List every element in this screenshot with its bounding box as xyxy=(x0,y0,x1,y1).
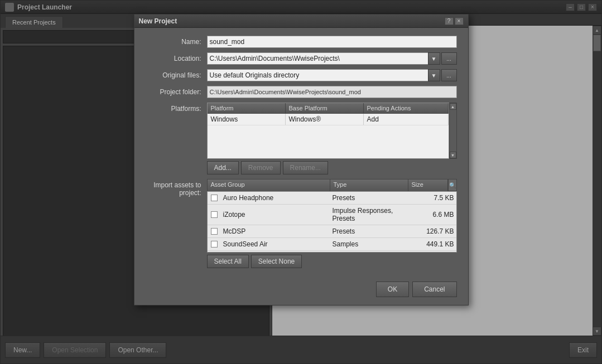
table-row: Windows Windows® Add xyxy=(208,114,449,125)
soundseed-size: 449.1 KB xyxy=(417,239,456,249)
izotope-checkbox[interactable] xyxy=(208,211,221,218)
dialog-close-button[interactable]: × xyxy=(455,17,464,25)
original-files-browse-button[interactable]: ... xyxy=(441,69,457,81)
synthone-type: Samples xyxy=(330,252,417,253)
base-platform-value: Windows® xyxy=(286,114,364,125)
asset-group-col-header: Asset Group xyxy=(208,179,330,191)
rename-platform-button[interactable]: Rename... xyxy=(283,161,328,174)
new-project-dialog: New Project ? × Name: Location: xyxy=(134,14,469,305)
name-label: Name: xyxy=(146,38,207,46)
import-label: Import assets toproject: xyxy=(146,179,207,197)
izotope-size: 6.6 MB xyxy=(417,210,456,220)
platforms-scroll-up[interactable]: ▲ xyxy=(450,103,456,110)
dialog-controls: ? × xyxy=(445,17,464,25)
name-input[interactable] xyxy=(207,36,457,48)
location-field: ▼ ... xyxy=(207,52,457,65)
synthone-size: 555.5 KB xyxy=(417,252,456,253)
dialog-title: New Project xyxy=(139,17,177,25)
mcdsp-name: McDSP xyxy=(221,226,330,236)
import-table-wrapper: Asset Group Type Size 🔍 Auro Headphone xyxy=(207,179,457,268)
import-search-button[interactable]: 🔍 xyxy=(448,179,457,191)
location-input[interactable] xyxy=(207,52,428,65)
location-browse-button[interactable]: ... xyxy=(441,52,457,65)
original-files-label: Original files: xyxy=(146,71,207,79)
dialog-content: Name: Location: ▼ ... Original files: xyxy=(134,28,468,277)
platforms-table-body: Windows Windows® Add xyxy=(208,114,449,158)
project-folder-row: Project folder: xyxy=(146,86,457,98)
select-none-button[interactable]: Select None xyxy=(251,255,302,268)
project-folder-input xyxy=(207,86,457,98)
izotope-name: iZotope xyxy=(221,210,330,220)
soundseed-name: SoundSeed Air xyxy=(221,239,330,249)
size-col-header: Size xyxy=(408,179,447,191)
project-folder-label: Project folder: xyxy=(146,88,207,96)
platform-value: Windows xyxy=(208,114,286,125)
type-col-header: Type xyxy=(330,179,408,191)
original-files-dropdown-button[interactable]: ▼ xyxy=(428,69,440,81)
soundseed-checkbox[interactable] xyxy=(208,241,221,247)
select-all-button[interactable]: Select All xyxy=(207,255,249,268)
dialog-help-button[interactable]: ? xyxy=(445,17,454,25)
add-platform-button[interactable]: Add... xyxy=(207,161,239,174)
auro-name: Auro Headphone xyxy=(221,193,330,203)
platforms-section: Platform Base Platform Pending Actions W… xyxy=(207,103,457,174)
synthone-name: Synth One xyxy=(221,252,330,253)
pending-action-value: Add xyxy=(364,114,449,125)
original-files-field: ▼ ... xyxy=(207,69,457,81)
platforms-row: Platforms: Platform Base Platform Pendin… xyxy=(146,103,457,174)
import-header-wrapper: Asset Group Type Size 🔍 xyxy=(207,179,457,191)
location-dropdown-button[interactable]: ▼ xyxy=(428,52,440,65)
name-row: Name: xyxy=(146,36,457,48)
list-item: McDSP Presets 126.7 KB xyxy=(208,225,456,238)
platforms-scrollbar: ▲ ▼ xyxy=(449,103,457,159)
main-window: Project Launcher – □ × Recent Projects 🔍 xyxy=(0,0,602,364)
auro-size: 7.5 KB xyxy=(417,193,456,203)
list-item: Auro Headphone Presets 7.5 KB xyxy=(208,192,456,205)
dialog-bottom: OK Cancel xyxy=(134,277,468,305)
location-label: Location: xyxy=(146,55,207,62)
ok-button[interactable]: OK xyxy=(376,282,409,297)
soundseed-type: Samples xyxy=(330,239,417,249)
auro-checkbox[interactable] xyxy=(208,195,221,201)
auro-type: Presets xyxy=(330,193,417,203)
original-files-row: Original files: ▼ ... xyxy=(146,69,457,81)
base-platform-col-header: Base Platform xyxy=(286,103,364,113)
platforms-table-header: Platform Base Platform Pending Actions xyxy=(208,103,449,114)
platform-col-header: Platform xyxy=(208,103,286,113)
platforms-label: Platforms: xyxy=(146,103,207,113)
remove-platform-button[interactable]: Remove xyxy=(241,161,281,174)
list-item: Synth One Samples 555.5 KB xyxy=(208,251,456,253)
mcdsp-checkbox[interactable] xyxy=(208,228,221,235)
import-table-header: Asset Group Type Size xyxy=(207,179,448,191)
cancel-button[interactable]: Cancel xyxy=(412,282,456,297)
platform-actions: Add... Remove Rename... xyxy=(207,161,457,174)
platforms-scroll-down[interactable]: ▼ xyxy=(450,152,456,158)
list-item: iZotope Impulse Responses, Presets 6.6 M… xyxy=(208,205,456,225)
dialog-title-bar: New Project ? × xyxy=(134,14,468,28)
mcdsp-type: Presets xyxy=(330,226,417,236)
import-select-buttons: Select All Select None xyxy=(207,255,457,268)
platforms-wrapper: Platform Base Platform Pending Actions W… xyxy=(207,103,457,159)
pending-actions-col-header: Pending Actions xyxy=(364,103,449,113)
import-row: Import assets toproject: Asset Group Typ… xyxy=(146,179,457,268)
location-row: Location: ▼ ... xyxy=(146,52,457,65)
import-table-body: Auro Headphone Presets 7.5 KB iZotope Im… xyxy=(207,191,457,253)
list-item: SoundSeed Air Samples 449.1 KB xyxy=(208,238,456,251)
izotope-type: Impulse Responses, Presets xyxy=(330,206,417,224)
original-files-input[interactable] xyxy=(207,69,428,81)
mcdsp-size: 126.7 KB xyxy=(417,226,456,236)
platforms-container: Platform Base Platform Pending Actions W… xyxy=(207,103,449,159)
modal-overlay: New Project ? × Name: Location: xyxy=(0,0,602,364)
